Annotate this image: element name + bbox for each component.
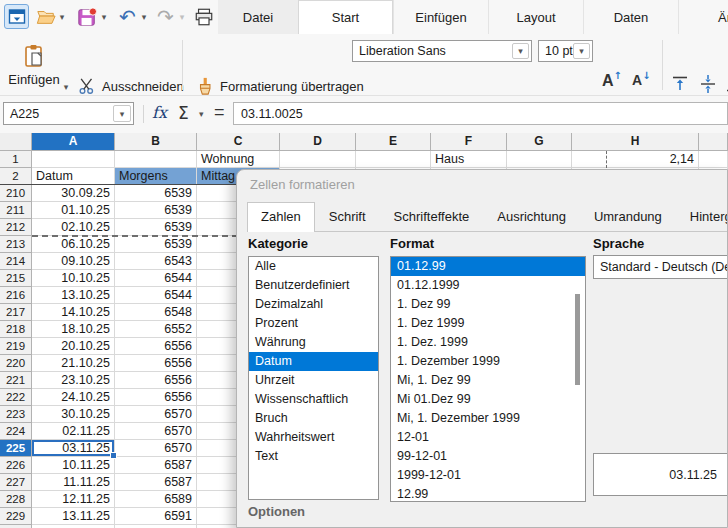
date-cell[interactable]: 09.10.25 [32, 253, 115, 270]
row-header[interactable]: 216 [0, 287, 32, 304]
row-header[interactable]: 210 [0, 185, 32, 202]
row-header[interactable]: 217 [0, 304, 32, 321]
date-cell[interactable]: 30.10.25 [32, 406, 115, 423]
undo-dropdown-icon[interactable]: ▾ [139, 12, 149, 22]
row-header[interactable]: 2 [0, 168, 32, 185]
formula-button[interactable]: = [214, 102, 225, 123]
dialog-tab[interactable]: Ausrichtung [483, 202, 580, 231]
format-item[interactable]: 1999-12-01 [391, 466, 585, 485]
select-all-corner[interactable] [0, 133, 32, 151]
row-header[interactable]: 225 [0, 440, 32, 457]
ribbon-tab[interactable]: Datei [218, 0, 298, 34]
format-item[interactable]: Mi, 1. Dezember 1999 [391, 409, 585, 428]
save-dropdown-icon[interactable]: ▾ [99, 12, 109, 22]
row-header[interactable]: 227 [0, 474, 32, 491]
dialog-tab[interactable]: Zahlen [247, 202, 315, 232]
row-header[interactable]: 228 [0, 491, 32, 508]
date-cell[interactable]: 13.11.25 [32, 508, 115, 525]
name-box[interactable]: A225 ▾ [3, 102, 134, 125]
align-vertical-center-button[interactable] [698, 74, 718, 97]
row-header[interactable]: 221 [0, 372, 32, 389]
cell-A1[interactable] [32, 151, 115, 168]
format-item[interactable]: 1. Dez 99 [391, 295, 585, 314]
sidebar-toggle-button[interactable] [4, 4, 29, 29]
format-item[interactable]: 01.12.1999 [391, 276, 585, 295]
column-header[interactable]: G [507, 133, 572, 151]
paste-button[interactable]: Einfügen [8, 38, 60, 92]
cell-B2[interactable]: Morgens [115, 168, 197, 185]
date-cell[interactable]: 11.11.25 [32, 474, 115, 491]
category-item[interactable]: Text [249, 447, 378, 466]
clone-formatting-button[interactable]: Formatierung übertragen [196, 74, 364, 98]
font-size-dropdown-icon[interactable]: ▾ [573, 43, 590, 59]
row-header[interactable]: 220 [0, 355, 32, 372]
value-cell[interactable]: 6552 [115, 321, 197, 338]
dialog-tab[interactable]: Umrandung [580, 202, 676, 231]
format-item[interactable]: 12-01 [391, 428, 585, 447]
column-header[interactable] [699, 133, 728, 151]
undo-button[interactable]: ↶ [115, 4, 140, 29]
category-item[interactable]: Uhrzeit [249, 371, 378, 390]
font-name-dropdown-icon[interactable]: ▾ [512, 43, 529, 59]
row-header[interactable]: 212 [0, 219, 32, 236]
dialog-tab[interactable]: Schrifteffekte [380, 202, 484, 231]
cell-G1[interactable] [507, 151, 572, 168]
value-cell[interactable]: 6570 [115, 440, 197, 457]
column-header[interactable]: C [197, 133, 280, 151]
category-item[interactable]: Benutzerdefiniert [249, 276, 378, 295]
value-cell[interactable]: 6544 [115, 270, 197, 287]
value-cell[interactable]: 6591 [115, 508, 197, 525]
value-cell[interactable]: 6556 [115, 372, 197, 389]
row-header[interactable]: 211 [0, 202, 32, 219]
paste-dropdown-icon[interactable]: ▾ [61, 82, 71, 92]
dialog-tab[interactable]: Hintergrund [676, 202, 728, 231]
value-cell[interactable]: 6570 [115, 423, 197, 440]
value-cell[interactable]: 6539 [115, 236, 197, 253]
category-item[interactable]: Wahrheitswert [249, 428, 378, 447]
cell-C1[interactable]: Wohnung [197, 151, 280, 168]
cut-button[interactable]: Ausschneiden [78, 74, 184, 98]
ribbon-tab[interactable]: Einfügen [393, 0, 488, 34]
shrink-font-button[interactable]: A↓ [632, 72, 651, 96]
date-cell[interactable]: 18.10.25 [32, 321, 115, 338]
value-cell[interactable]: 6556 [115, 355, 197, 372]
category-item[interactable]: Dezimalzahl [249, 295, 378, 314]
value-cell[interactable]: 6544 [115, 287, 197, 304]
value-cell[interactable]: 6570 [115, 406, 197, 423]
value-cell[interactable]: 6587 [115, 457, 197, 474]
save-button[interactable] [74, 4, 99, 29]
row-header[interactable]: 214 [0, 253, 32, 270]
value-cell[interactable]: 6556 [115, 338, 197, 355]
value-cell[interactable]: 6539 [115, 185, 197, 202]
category-item[interactable]: Datum [249, 352, 378, 371]
ribbon-tab[interactable]: Layout [488, 0, 583, 34]
category-item[interactable]: Wissenschaftlich [249, 390, 378, 409]
cell-F1[interactable]: Haus [431, 151, 507, 168]
date-cell[interactable]: 03.11.25 [32, 440, 115, 457]
value-cell[interactable]: 6543 [115, 253, 197, 270]
name-box-dropdown-icon[interactable]: ▾ [113, 105, 131, 122]
row-header[interactable]: 222 [0, 389, 32, 406]
ribbon-tab[interactable]: Daten [583, 0, 678, 34]
date-cell[interactable]: 30.09.25 [32, 185, 115, 202]
sum-button[interactable]: Σ [178, 103, 189, 123]
date-cell[interactable]: 12.11.25 [32, 491, 115, 508]
column-header[interactable]: H [572, 133, 699, 151]
row-header[interactable]: 213 [0, 236, 32, 253]
date-cell[interactable]: 06.10.25 [32, 236, 115, 253]
formula-input[interactable]: 03.11.0025 [233, 102, 728, 125]
column-header[interactable]: D [280, 133, 356, 151]
scrollbar-thumb[interactable] [575, 294, 580, 385]
open-dropdown-icon[interactable]: ▾ [57, 12, 67, 22]
date-cell[interactable]: 02.11.25 [32, 423, 115, 440]
dialog-tab[interactable]: Schrift [315, 202, 380, 231]
column-header[interactable]: F [431, 133, 507, 151]
function-wizard-button[interactable]: fx [152, 103, 167, 122]
open-button[interactable] [33, 4, 58, 29]
value-cell[interactable]: 6587 [115, 474, 197, 491]
row-header[interactable]: 219 [0, 338, 32, 355]
sum-dropdown-icon[interactable]: ▾ [199, 109, 204, 119]
date-cell[interactable]: 02.10.25 [32, 219, 115, 236]
date-cell[interactable]: 14.10.25 [32, 304, 115, 321]
format-item[interactable]: 1. Dez. 1999 [391, 333, 585, 352]
